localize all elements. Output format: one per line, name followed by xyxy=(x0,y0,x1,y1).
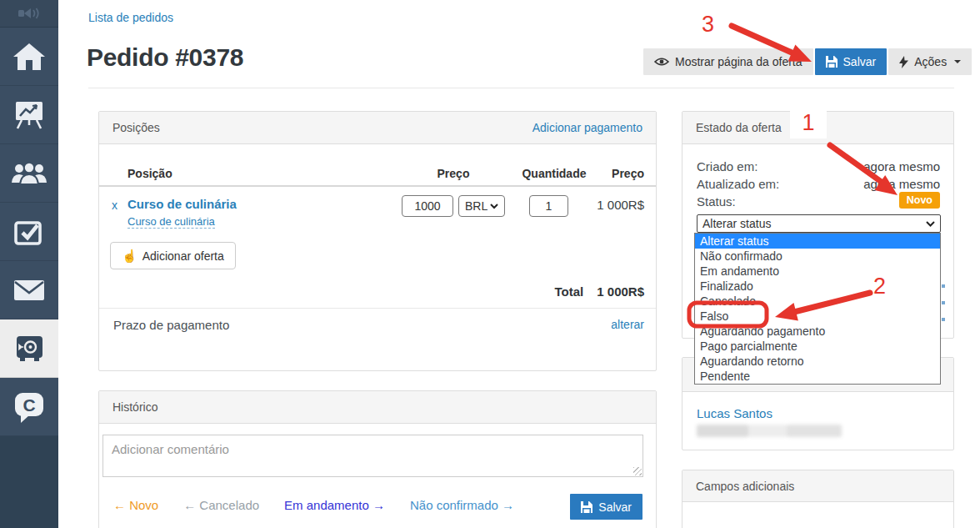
save-label: Salvar xyxy=(843,55,877,68)
hand-pointer-icon: ☝ xyxy=(122,249,138,264)
divider xyxy=(99,308,656,309)
tasks-checkbox-icon xyxy=(14,219,44,245)
order-page: C Lista de pedidos Pedido #0378 Mostrar … xyxy=(0,0,980,528)
created-row: Criado em: agora mesmo xyxy=(697,159,940,173)
status-select-value: Alterar status xyxy=(702,217,771,230)
change-payment-term-link[interactable]: alterar xyxy=(611,318,644,331)
status-option-nao-confirmado[interactable]: Não confirmado xyxy=(695,249,940,264)
hidden-link-fragment xyxy=(942,301,945,304)
positions-panel-title: Posições xyxy=(112,121,160,134)
sidebar-item-reports[interactable] xyxy=(0,86,58,144)
total-label: Total xyxy=(555,284,584,299)
transition-em-andamento-link[interactable]: Em andamento → xyxy=(284,498,385,512)
contacts-people-icon xyxy=(11,161,48,186)
mail-envelope-icon xyxy=(13,279,45,301)
total-row: Total 1 000R$ xyxy=(555,284,644,299)
line-total: 1 000R$ xyxy=(597,198,644,212)
status-option-pago-parcialmente[interactable]: Pago parcialmente xyxy=(695,339,940,354)
table-head-rule xyxy=(99,185,656,187)
chevron-down-icon xyxy=(926,221,935,227)
currency-value: BRL xyxy=(465,199,488,213)
status-option-aguardando-pagamento[interactable]: Aguardando pagamento xyxy=(695,324,940,339)
add-payment-link[interactable]: Adicionar pagamento xyxy=(532,121,642,134)
sidebar-item-mail[interactable] xyxy=(0,261,58,319)
hidden-link-fragment xyxy=(942,318,945,321)
floppy-save-icon xyxy=(581,501,592,513)
positions-panel: Posições Adicionar pagamento Posição Pre… xyxy=(98,111,657,371)
column-header-position: Posição xyxy=(128,167,172,180)
page-title: Pedido #0378 xyxy=(87,43,243,72)
hidden-link-fragment xyxy=(942,284,945,288)
sidebar-item-chat[interactable]: C xyxy=(0,378,58,436)
client-name-link[interactable]: Lucas Santos xyxy=(697,406,772,420)
announcement-speaker-icon xyxy=(17,6,42,21)
sidebar-footer xyxy=(0,436,58,528)
chevron-down-icon xyxy=(954,60,961,63)
status-dropdown-list: Alterar status Não confirmado Em andamen… xyxy=(694,233,941,385)
status-badge: Novo xyxy=(899,192,940,209)
updated-value: agora mesmo xyxy=(863,177,940,191)
position-name-link[interactable]: Curso de culinária xyxy=(128,197,237,211)
updated-label: Atualizado em: xyxy=(697,177,779,191)
sidebar-item-contacts[interactable] xyxy=(0,144,58,203)
additional-fields-panel: Campos adicionais xyxy=(682,470,954,528)
history-save-button[interactable]: Salvar xyxy=(570,494,642,520)
status-option-pendente[interactable]: Pendente xyxy=(695,369,940,384)
remove-position-link[interactable]: x xyxy=(112,199,118,212)
eye-icon xyxy=(654,57,669,67)
updated-row: Atualizado em: agora mesmo xyxy=(697,177,940,191)
transition-cancelado-link[interactable]: ← Cancelado xyxy=(183,498,259,512)
column-header-line-price: Preço xyxy=(612,167,644,180)
column-header-price: Preço xyxy=(402,167,505,180)
history-save-label: Salvar xyxy=(598,500,632,514)
transition-novo-link[interactable]: ← Novo xyxy=(113,498,158,512)
annotation-step3: 3 xyxy=(702,12,714,38)
created-value: agora mesmo xyxy=(863,159,940,173)
price-input[interactable] xyxy=(402,195,453,217)
payment-term-label: Prazo de pagamento xyxy=(113,318,229,332)
lightning-icon xyxy=(899,56,908,68)
status-option-falso[interactable]: Falso xyxy=(695,309,940,324)
floppy-save-icon xyxy=(826,56,838,68)
status-transitions: ← Novo ← Cancelado Em andamento → Não co… xyxy=(113,498,514,512)
sidebar-item-tasks[interactable] xyxy=(0,203,58,261)
actions-label: Ações xyxy=(914,55,947,68)
created-label: Criado em: xyxy=(697,159,758,173)
history-panel-title: Histórico xyxy=(112,400,158,414)
home-icon xyxy=(13,43,45,71)
actions-button[interactable]: Ações xyxy=(888,48,972,75)
chat-logo-icon: C xyxy=(12,391,46,423)
breadcrumb-orders-list[interactable]: Lista de pedidos xyxy=(88,11,173,24)
chevron-down-icon xyxy=(490,204,498,209)
comment-textarea[interactable] xyxy=(102,435,643,477)
column-header-quantity: Quantidade xyxy=(514,167,594,180)
resize-grip-icon[interactable] xyxy=(633,467,642,475)
status-option-finalizado[interactable]: Finalizado xyxy=(695,279,940,294)
title-divider xyxy=(88,88,954,88)
status-option-alterar-status[interactable]: Alterar status xyxy=(695,234,940,249)
history-panel: Histórico ← Novo ← Cancelado Em andament… xyxy=(98,390,657,528)
chart-presentation-icon xyxy=(12,100,46,130)
status-option-cancelado[interactable]: Cancelado xyxy=(695,294,940,309)
show-offer-page-label: Mostrar página da oferta xyxy=(675,55,802,68)
redacted-client-info xyxy=(697,423,845,438)
add-offer-button[interactable]: ☝ Adicionar oferta xyxy=(110,242,236,269)
status-option-em-andamento[interactable]: Em andamento xyxy=(695,264,940,279)
quantity-input[interactable] xyxy=(529,195,568,217)
sidebar-item-home[interactable] xyxy=(0,28,58,86)
position-subtitle-link[interactable]: Curso de culinária xyxy=(128,215,215,229)
additional-fields-title: Campos adicionais xyxy=(696,480,794,493)
currency-select[interactable]: BRL xyxy=(458,195,505,217)
save-button[interactable]: Salvar xyxy=(815,48,888,75)
transition-nao-confirmado-link[interactable]: Não confirmado → xyxy=(410,498,514,512)
status-option-aguardando-retorno[interactable]: Aguardando retorno xyxy=(695,354,940,369)
status-label: Status: xyxy=(697,194,736,209)
add-offer-label: Adicionar oferta xyxy=(142,249,224,263)
comment-area-wrap xyxy=(102,435,643,477)
annotation-step1-box xyxy=(790,107,827,138)
status-select[interactable]: Alterar status xyxy=(697,214,941,233)
vault-safe-icon xyxy=(14,334,44,363)
show-offer-page-button[interactable]: Mostrar página da oferta xyxy=(643,48,813,75)
sidebar-item-announcements[interactable] xyxy=(0,0,58,28)
sidebar-item-vault[interactable] xyxy=(0,319,58,378)
